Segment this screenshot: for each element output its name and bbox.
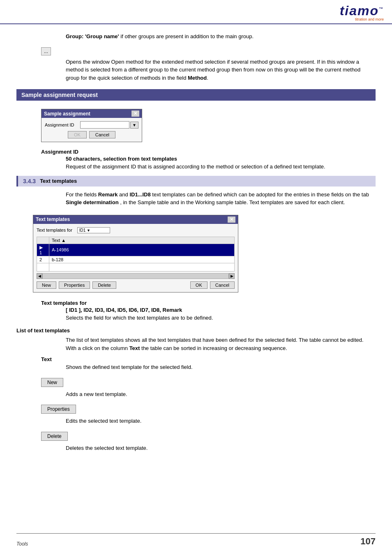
footer-left: Tools (16, 541, 28, 547)
group-bold: Group: 'Group name' (66, 33, 119, 39)
dialog-button-row: OK Cancel (45, 131, 138, 138)
scroll-left-button[interactable]: ◀ (37, 273, 42, 279)
dialog-titlebar: Sample assignment ✕ (42, 109, 142, 118)
tt-body: Text templates for ID1 Text ▲ ▶ 1 A-1498… (33, 224, 238, 292)
properties-button-display[interactable]: Properties (41, 405, 76, 414)
tt-col-text[interactable]: Text ▲ (49, 237, 235, 244)
sample-assignment-header: Sample assignment request (16, 89, 376, 101)
properties-button-description: Edits the selected text template. (66, 417, 376, 425)
tt-for-label: Text templates for (37, 228, 72, 233)
logo-tagline: titration and more (355, 17, 384, 21)
logo: tiamo™ titration and more (340, 4, 384, 21)
method-field-bold: Method (188, 75, 207, 81)
tt-for-row: Text templates for ID1 (37, 227, 235, 233)
id1-id8-bold: ID1...ID8 (129, 191, 150, 198)
subsection-title: Text templates (40, 178, 77, 184)
text-field-label: Text (41, 356, 376, 362)
text-templates-section-header: 3.4.3 Text templates (16, 176, 376, 187)
logo-text: tiamo™ (340, 4, 384, 17)
assignment-id-row: Assignment ID ▼ (45, 121, 138, 129)
ellipsis-button[interactable]: ... (41, 47, 51, 55)
row-text: A-14986 (49, 244, 235, 256)
assignment-id-sublabel: 50 characters, selection from text templ… (66, 156, 376, 162)
tt-delete-button[interactable]: Delete (92, 281, 116, 289)
assignment-id-dropdown[interactable]: ▼ (130, 122, 138, 129)
tt-table: Text ▲ ▶ 1 A-14986 2 b-128 (37, 237, 235, 272)
scroll-right-button[interactable]: ▶ (229, 273, 235, 279)
ok-button[interactable]: OK (68, 131, 87, 138)
assignment-id-label: Assignment ID (45, 122, 78, 127)
remark-bold: Remark (98, 191, 118, 198)
tt-ok-button[interactable]: OK (190, 281, 208, 289)
assignment-id-input[interactable] (80, 121, 129, 129)
main-content: Group: 'Group name' if other groups are … (0, 24, 392, 464)
row-text: b-128 (49, 256, 235, 263)
cancel-button[interactable]: Cancel (89, 131, 115, 138)
delete-button-description: Deletes the selected text template. (66, 444, 376, 452)
subsection-number: 3.4.3 (23, 178, 36, 184)
tt-for-field-label: Text templates for (41, 300, 376, 306)
text-templates-intro: For the fields Remark and ID1...ID8 text… (66, 191, 376, 207)
table-row[interactable]: 2 b-128 (37, 256, 235, 263)
sample-assignment-dialog: Sample assignment ✕ Assignment ID ▼ OK C… (41, 109, 142, 142)
table-row[interactable]: ▶ 1 A-14986 (37, 244, 235, 256)
text-templates-dialog: Text templates ✕ Text templates for ID1 … (33, 215, 238, 292)
tt-close-button[interactable]: ✕ (228, 216, 235, 223)
dialog-close-button[interactable]: ✕ (131, 111, 139, 117)
dialog-body: Assignment ID ▼ OK Cancel (42, 118, 142, 142)
tt-col-num (37, 237, 49, 244)
tt-title: Text templates (36, 216, 70, 222)
tt-for-description: Selects the field for which the text tem… (66, 314, 376, 322)
delete-button-display[interactable]: Delete (41, 432, 68, 441)
text-field-description: Shows the defined text template for the … (66, 363, 376, 371)
row-num: ▶ 1 (37, 244, 49, 256)
tt-for-options: [ ID1 ], ID2, ID3, ID4, ID5, ID6, ID7, I… (66, 307, 376, 313)
group-text-paragraph: Group: 'Group name' if other groups are … (66, 32, 376, 41)
footer-right: 107 (360, 536, 376, 547)
assignment-id-description: Request of the assignment ID that is ass… (66, 163, 376, 171)
assignment-id-field-label: Assignment ID (41, 149, 376, 155)
tt-titlebar: Text templates ✕ (33, 215, 238, 224)
tt-btn-row: New Properties Delete OK Cancel (37, 281, 235, 289)
row-num: 2 (37, 256, 49, 263)
page-footer: Tools 107 (16, 533, 376, 547)
table-row-empty (37, 263, 235, 271)
tt-new-button[interactable]: New (37, 281, 56, 289)
single-determination-bold: Single determination (66, 199, 119, 205)
list-section-header: List of text templates (16, 327, 376, 334)
text-column-bold: Text (129, 345, 140, 351)
tt-cancel-button[interactable]: Cancel (210, 281, 235, 289)
tt-for-dropdown[interactable]: ID1 (77, 227, 110, 233)
tt-scrollbar-row: ◀ ▶ (37, 273, 235, 279)
list-section-description: The list of text templates shows all the… (66, 336, 376, 352)
tt-properties-button[interactable]: Properties (59, 281, 90, 289)
group-rest: if other groups are present in addition … (119, 33, 254, 39)
opens-window-text: Opens the window Open method for the ext… (66, 58, 376, 82)
new-button-display[interactable]: New (41, 378, 63, 387)
new-button-description: Adds a new text template. (66, 390, 376, 398)
page-header: tiamo™ titration and more (0, 0, 392, 24)
tt-scrollbar[interactable] (42, 273, 229, 279)
